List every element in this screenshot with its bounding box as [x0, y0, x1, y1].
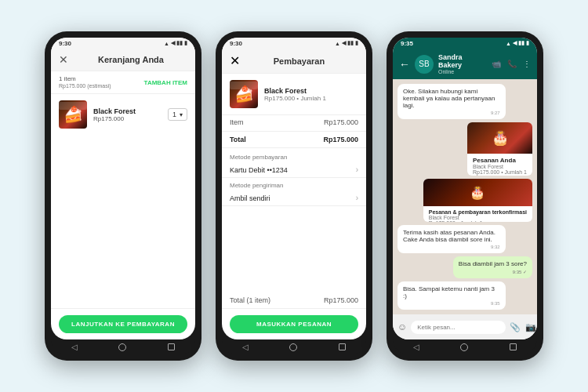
payment-footer: MASUKKAN PESANAN: [222, 308, 366, 339]
home-nav-3[interactable]: [460, 343, 468, 351]
footer-label: Total (1 item): [230, 296, 270, 304]
emoji-icon[interactable]: ☺: [397, 321, 407, 332]
camera-icon[interactable]: 📷: [525, 322, 536, 332]
msg-text-3: Bisa diambil jam 3 sore?: [459, 260, 527, 267]
wa-message-received-3: Bisa. Sampai ketemu nanti jam 3 :) 9:35: [397, 281, 506, 310]
phone-nav-2: ◁: [222, 339, 366, 354]
wa-back-icon[interactable]: ←: [399, 58, 410, 71]
time-2: 9:30: [230, 40, 242, 47]
msg-time-2: 9:32: [403, 245, 500, 249]
confirmed-card-body: Pesanan & pembayaran terkonfirmasi Black…: [423, 206, 532, 222]
wa-message-received-2: Terima kasih atas pesanan Anda. Cake And…: [397, 225, 506, 253]
wa-contact-info: Sandra Bakery Online: [438, 53, 487, 74]
back-nav-2[interactable]: ◁: [242, 343, 249, 351]
payment-product-info: Black Forest Rp175.000 • Jumlah 1: [264, 87, 326, 102]
wa-contact-status: Online: [438, 69, 487, 74]
phone-whatsapp: 9:35 ▲◀▮▮▮ ← SB Sandra Bakery Online 📹 📞…: [387, 31, 543, 361]
attachment-icon[interactable]: 📎: [510, 322, 521, 332]
wa-message-received-1: Oke. Silakan hubungi kami kembali ya kal…: [397, 84, 506, 119]
quantity-selector[interactable]: 1 ▾: [168, 108, 187, 121]
wa-message-sent-1: Bisa diambil jam 3 sore? 9:35 ✓: [453, 256, 532, 278]
confirmed-qty: Rp175.000 • Jumlah 1: [429, 220, 527, 222]
more-options-icon[interactable]: ⋮: [523, 60, 531, 68]
item-value: Rp175.000: [324, 118, 358, 126]
order-button[interactable]: MASUKKAN PESANAN: [230, 315, 358, 333]
payment-method-value: Kartu Debit ••1234: [230, 166, 288, 174]
order-card-product: Black Forest: [473, 164, 527, 169]
wa-status-bar: 9:35 ▲◀▮▮▮: [393, 38, 537, 49]
back-nav-3[interactable]: ◁: [413, 343, 419, 351]
status-bar-1: 9:30 ▲◀▮▮▮: [51, 38, 195, 49]
phone-cart: 9:30 ▲◀▮▮▮ ✕ Keranjang Anda 1 item Rp175…: [45, 31, 201, 361]
cart-item-info: Black Forest Rp175.000: [93, 107, 162, 122]
payment-product: Black Forest Rp175.000 • Jumlah 1: [222, 74, 366, 115]
order-card-1[interactable]: 🎂 Pesanan Anda Black Forest Rp175.000 • …: [467, 122, 532, 176]
cart-item-name: Black Forest: [93, 107, 162, 115]
cart-summary: 1 item Rp175.000 (estimasi) TAMBAH ITEM: [51, 71, 195, 94]
checkout-button[interactable]: LANJUTKAN KE PEMBAYARAN: [59, 315, 187, 333]
message-input[interactable]: [411, 321, 506, 334]
chevron-right-icon-2: ›: [356, 194, 358, 202]
cart-footer: LANJUTKAN KE PEMBAYARAN: [51, 308, 195, 339]
wa-message-list: Oke. Silakan hubungi kami kembali ya kal…: [393, 79, 537, 314]
total-row: Total Rp175.000: [222, 131, 366, 148]
recents-nav-3[interactable]: [510, 343, 517, 350]
order-card-qty: Rp175.000 • Jumlah 1: [473, 169, 527, 175]
payment-product-detail: Rp175.000 • Jumlah 1: [264, 95, 326, 102]
confirmed-card-image: 🎂: [423, 179, 532, 206]
order-card-image-1: 🎂: [467, 122, 532, 154]
payment-title: Pembayaran: [240, 56, 358, 66]
tambah-item-button[interactable]: TAMBAH ITEM: [144, 79, 187, 86]
home-nav-2[interactable]: [289, 343, 297, 351]
cart-item: Black Forest Rp175.000 1 ▾: [51, 94, 195, 135]
status-icons-2: ▲◀▮▮▮: [335, 40, 358, 46]
close-icon[interactable]: ✕: [59, 53, 68, 66]
phone-payment: 9:30 ▲◀▮▮▮ ✕ Pembayaran Black Forest Rp1…: [216, 31, 372, 361]
payment-method-option[interactable]: Kartu Debit ••1234 ›: [222, 162, 366, 178]
payment-close-icon[interactable]: ✕: [230, 53, 240, 68]
cart-item-price: Rp175.000: [93, 115, 162, 122]
video-call-icon[interactable]: 📹: [492, 60, 501, 68]
wa-time: 9:35: [401, 40, 413, 47]
order-confirmed-card: 🎂 Pesanan & pembayaran terkonfirmasi Bla…: [423, 179, 532, 222]
product-image-2: [230, 80, 258, 108]
total-value: Rp175.000: [323, 136, 358, 143]
delivery-method-value: Ambil sendiri: [230, 194, 270, 202]
wa-input-icons: 📎 📷: [510, 322, 536, 332]
quantity-value: 1: [172, 111, 176, 118]
status-bar-2: 9:30 ▲◀▮▮▮: [222, 38, 366, 49]
item-row: Item Rp175.000: [222, 115, 366, 129]
payment-footer-row: Total (1 item) Rp175.000: [222, 292, 366, 308]
payment-product-name: Black Forest: [264, 87, 326, 95]
footer-value: Rp175.000: [324, 296, 358, 304]
wa-input-bar: ☺ 📎 📷 🎤: [393, 314, 537, 339]
msg-text-2: Terima kasih atas pesanan Anda. Cake And…: [403, 229, 495, 243]
recents-nav-1[interactable]: [168, 343, 175, 350]
msg-time-1: 9:27: [403, 111, 500, 115]
chevron-right-icon: ›: [356, 165, 358, 174]
cart-title: Keranjang Anda: [74, 55, 187, 64]
product-image-1: [59, 100, 87, 129]
order-card-title: Pesanan Anda: [473, 157, 527, 164]
item-count: 1 item: [59, 75, 76, 82]
phone-nav-3: ◁: [393, 339, 537, 354]
cart-header: ✕ Keranjang Anda: [51, 49, 195, 71]
delivery-method-option[interactable]: Ambil sendiri ›: [222, 191, 366, 206]
chevron-down-icon: ▾: [180, 111, 183, 118]
call-icon[interactable]: 📞: [507, 60, 517, 68]
confirmed-title: Pesanan & pembayaran terkonfirmasi: [429, 209, 527, 215]
item-label: Item: [230, 118, 244, 126]
bakery-avatar: SB: [415, 55, 434, 74]
recents-nav-2[interactable]: [339, 343, 346, 350]
wa-contact-name: Sandra Bakery: [438, 53, 487, 69]
estimate-text: Rp175.000 (estimasi): [59, 83, 111, 89]
msg-text-4: Bisa. Sampai ketemu nanti jam 3 :): [403, 285, 495, 299]
order-card-body-1: Pesanan Anda Black Forest Rp175.000 • Ju…: [467, 154, 532, 176]
delivery-method-title: Metode pengiriman: [222, 178, 366, 191]
home-nav-1[interactable]: [118, 343, 126, 351]
payment-method-title: Metode pembayaran: [222, 150, 366, 162]
status-icons-1: ▲◀▮▮▮: [164, 40, 187, 46]
confirmed-product: Black Forest: [429, 215, 527, 220]
msg-time-3: 9:35 ✓: [459, 269, 527, 274]
back-nav-1[interactable]: ◁: [71, 343, 78, 351]
